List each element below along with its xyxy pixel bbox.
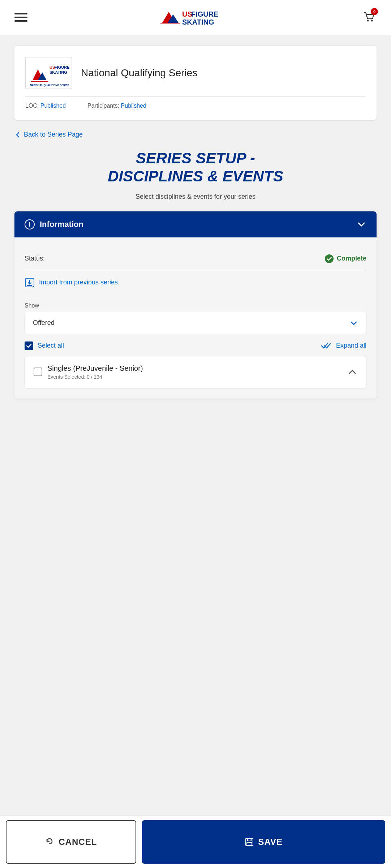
svg-point-17 — [325, 254, 334, 263]
svg-text:NATIONAL QUALIFYING SERIES: NATIONAL QUALIFYING SERIES — [30, 84, 69, 87]
series-name: National Qualifying Series — [81, 67, 197, 79]
svg-point-7 — [371, 20, 373, 22]
page-title: SERIES SETUP - DISCIPLINES & EVENTS — [14, 149, 377, 186]
discipline-chevron-icon[interactable] — [347, 367, 357, 377]
menu-icon[interactable] — [14, 13, 27, 22]
panel-title: Information — [40, 220, 83, 229]
cancel-label: CANCEL — [59, 837, 97, 847]
show-label: Show — [25, 302, 366, 309]
expand-all-label: Expand all — [336, 342, 366, 349]
logo-container: US FIGURE SKATING — [155, 7, 235, 28]
show-select-value: Offered — [33, 319, 55, 327]
panel-body: Status: Complete — [14, 237, 377, 399]
discipline-count: Events Selected: 0 / 134 — [47, 374, 143, 380]
svg-text:US: US — [182, 10, 192, 18]
show-chevron-icon — [349, 319, 358, 327]
series-card: US FIGURE SKATING NATIONAL QUALIFYING SE… — [14, 46, 377, 120]
panel-chevron-icon — [356, 219, 366, 229]
status-row: Status: Complete — [25, 248, 366, 270]
status-label: Status: — [25, 255, 45, 262]
svg-text:US: US — [50, 65, 55, 69]
save-icon — [245, 837, 254, 847]
select-expand-row: Select all Expand all — [25, 341, 366, 350]
page-subtitle: Select disciplines & events for your ser… — [14, 193, 377, 201]
import-link-text: Import from previous series — [39, 279, 118, 286]
information-panel: i Information Status: Complete — [14, 211, 377, 399]
participants-status-link[interactable]: Published — [121, 103, 146, 109]
cancel-button[interactable]: CANCEL — [6, 820, 136, 864]
discipline-checkbox[interactable] — [34, 368, 42, 376]
select-all-label: Select all — [38, 342, 64, 349]
back-to-series-link[interactable]: Back to Series Page — [14, 131, 83, 138]
select-all-button[interactable]: Select all — [25, 341, 64, 350]
discipline-item: Singles (PreJuvenile - Senior) Events Se… — [25, 356, 366, 388]
discipline-name: Singles (PreJuvenile - Senior) — [47, 364, 143, 373]
header: US FIGURE SKATING 0 — [0, 0, 391, 35]
complete-check-icon — [325, 254, 334, 263]
svg-point-6 — [367, 20, 369, 22]
loc-status-link[interactable]: Published — [40, 103, 66, 109]
series-logo: US FIGURE SKATING NATIONAL QUALIFYING SE… — [25, 57, 72, 89]
expand-all-icon — [321, 341, 332, 350]
cart-icon[interactable]: 0 — [362, 9, 377, 25]
panel-header[interactable]: i Information — [14, 211, 377, 237]
participants-label: Participants: — [87, 103, 119, 109]
import-icon — [25, 278, 35, 288]
import-from-previous-link[interactable]: Import from previous series — [25, 270, 366, 295]
usfsa-logo: US FIGURE SKATING — [155, 7, 235, 28]
select-all-checkbox[interactable] — [25, 341, 33, 350]
svg-rect-22 — [248, 838, 251, 841]
status-value: Complete — [337, 255, 366, 262]
svg-text:FIGURE: FIGURE — [191, 10, 219, 18]
expand-all-button[interactable]: Expand all — [321, 341, 366, 350]
svg-text:i: i — [29, 222, 30, 228]
cart-badge: 0 — [371, 8, 378, 15]
back-chevron-icon — [14, 132, 21, 138]
save-button[interactable]: SAVE — [142, 820, 385, 864]
disciplines-container: Singles (PreJuvenile - Senior) Events Se… — [25, 356, 366, 388]
main-content: US FIGURE SKATING NATIONAL QUALIFYING SE… — [0, 46, 391, 453]
svg-text:SKATING: SKATING — [182, 18, 214, 26]
loc-label: LOC: — [25, 103, 39, 109]
cancel-icon — [45, 837, 54, 847]
svg-text:SKATING: SKATING — [50, 70, 67, 74]
status-complete: Complete — [325, 254, 366, 263]
save-label: SAVE — [258, 837, 283, 847]
series-meta: LOC: Published Participants: Published — [25, 103, 366, 109]
action-bar: CANCEL SAVE — [0, 816, 391, 868]
show-select-dropdown[interactable]: Offered — [25, 312, 366, 334]
info-icon: i — [25, 219, 35, 229]
svg-rect-23 — [247, 842, 252, 846]
svg-text:FIGURE: FIGURE — [55, 65, 70, 69]
